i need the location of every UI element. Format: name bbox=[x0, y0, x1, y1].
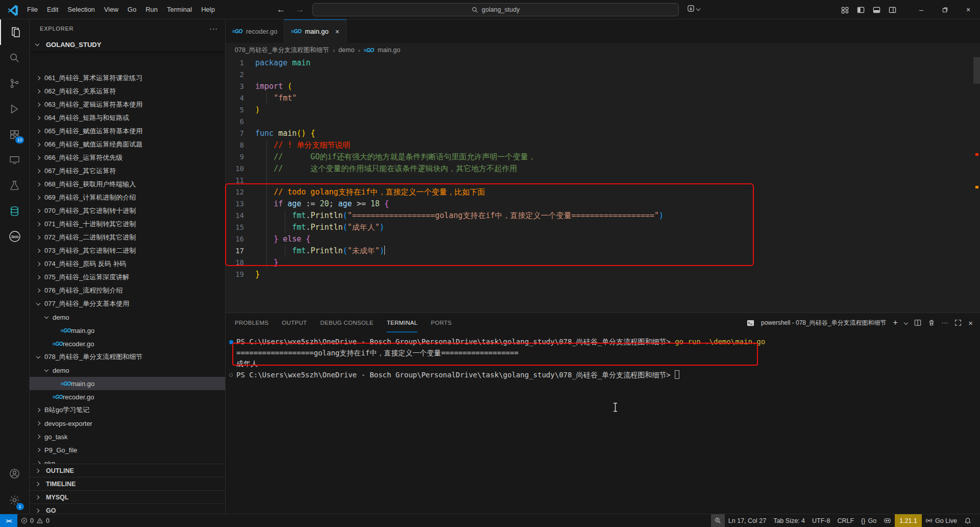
menu-run[interactable]: Run bbox=[141, 3, 162, 16]
tree-item[interactable]: 074_尚硅谷_原码 反码 补码 bbox=[30, 257, 225, 271]
workspace-root-folder[interactable]: GOLANG_STUDY bbox=[30, 38, 225, 51]
breadcrumb-item[interactable]: 078_尚硅谷_单分支流程图和细节 bbox=[235, 46, 329, 55]
menu-terminal[interactable]: Terminal bbox=[162, 3, 197, 16]
cursor-position-status[interactable]: Ln 17, Col 27 bbox=[725, 514, 770, 527]
customize-layout-icon[interactable] bbox=[841, 6, 849, 14]
explorer-more-icon[interactable]: ··· bbox=[209, 25, 218, 33]
zoom-status-icon[interactable] bbox=[711, 514, 725, 527]
remote-indicator[interactable]: >< bbox=[0, 514, 17, 527]
breadcrumb-item[interactable]: main.go bbox=[378, 46, 400, 54]
code-line[interactable]: 7func main() { bbox=[226, 128, 980, 139]
explorer-icon[interactable] bbox=[0, 19, 30, 45]
nav-forward-icon[interactable]: → bbox=[296, 5, 304, 15]
copilot-status-icon[interactable] bbox=[880, 514, 895, 527]
menu-view[interactable]: View bbox=[100, 3, 123, 16]
code-line[interactable]: 15 fmt.Println("成年人") bbox=[226, 222, 980, 233]
tree-item[interactable]: demo bbox=[30, 310, 225, 324]
eol-status[interactable]: CRLF bbox=[834, 514, 857, 527]
tree-item[interactable]: main.go bbox=[30, 377, 225, 390]
close-panel-icon[interactable]: × bbox=[968, 319, 973, 327]
tree-item[interactable]: 066_尚硅谷_赋值运算经典面试题 bbox=[30, 138, 225, 151]
tree-item[interactable]: 077_尚硅谷_单分支基本使用 bbox=[30, 297, 225, 310]
panel-more-icon[interactable]: ··· bbox=[942, 319, 948, 326]
code-line[interactable]: 16 } else { bbox=[226, 233, 980, 245]
tree-item[interactable]: 063_尚硅谷_逻辑运算符基本使用 bbox=[30, 98, 225, 111]
tree-item[interactable]: P9_Go_file bbox=[30, 443, 225, 457]
breadcrumb-item[interactable]: demo bbox=[338, 46, 354, 54]
menu-edit[interactable]: Edit bbox=[42, 3, 63, 16]
code-line[interactable]: 10 // 这个变量的作用域只能在该条件逻辑块内，其它地方不起作用 bbox=[226, 163, 980, 175]
tree-item[interactable]: 069_尚硅谷_计算机进制的介绍 bbox=[30, 191, 225, 204]
tree-item[interactable]: pkg bbox=[30, 457, 225, 464]
code-line[interactable]: 6 bbox=[226, 116, 980, 128]
code-line[interactable]: 4 "fmt" bbox=[226, 92, 980, 104]
panel-tab-terminal[interactable]: TERMINAL bbox=[387, 313, 418, 332]
go-version-badge[interactable]: 1.21.1 bbox=[895, 514, 922, 527]
tree-item[interactable]: main.go bbox=[30, 324, 225, 337]
tree-item[interactable]: 071_尚硅谷_十进制转其它进制 bbox=[30, 218, 225, 231]
tree-item[interactable]: 073_尚硅谷_其它进制转二进制 bbox=[30, 244, 225, 257]
tree-item[interactable]: 066_尚硅谷_运算符优先级 bbox=[30, 151, 225, 164]
editor-tab-recoder.go[interactable]: recoder.go bbox=[226, 19, 284, 43]
language-mode-status[interactable]: {} Go bbox=[857, 514, 880, 527]
tree-item[interactable]: 064_尚硅谷_短路与和短路或 bbox=[30, 111, 225, 125]
code-line[interactable]: 18 } bbox=[226, 257, 980, 269]
code-line[interactable]: 13 if age := 20; age >= 18 { bbox=[226, 198, 980, 210]
problems-status[interactable]: 0 0 bbox=[17, 514, 53, 527]
settings-gear-icon[interactable]: 1 bbox=[0, 486, 30, 514]
code-line[interactable]: 12 // todo golang支持在if中，直接定义一个变量，比如下面 bbox=[226, 186, 980, 198]
tree-item[interactable]: demo bbox=[30, 364, 225, 377]
sidebar-section-outline[interactable]: OUTLINE bbox=[30, 464, 225, 477]
panel-tab-ports[interactable]: PORTS bbox=[431, 313, 452, 332]
panel-tab-debug-console[interactable]: DEBUG CONSOLE bbox=[320, 313, 373, 332]
menu-help[interactable]: Help bbox=[197, 3, 219, 16]
terminal-shell-label[interactable]: powershell - 078_尚硅谷_单分支流程图和细节 bbox=[761, 319, 886, 327]
code-line[interactable]: 3import ( bbox=[226, 81, 980, 92]
tree-item[interactable]: 062_尚硅谷_关系运算符 bbox=[30, 85, 225, 98]
code-line[interactable]: 17 fmt.Println("未成年") bbox=[226, 245, 980, 257]
menu-selection[interactable]: Selection bbox=[63, 3, 99, 16]
command-center-search[interactable]: golang_study bbox=[312, 3, 679, 16]
editor-tab-main.go[interactable]: main.go× bbox=[284, 19, 346, 43]
tree-item[interactable]: devops-exporter bbox=[30, 417, 225, 430]
tree-item[interactable]: 072_尚硅谷_二进制转其它进制 bbox=[30, 231, 225, 244]
tree-item[interactable]: go_task bbox=[30, 430, 225, 443]
tree-item[interactable]: recoder.go bbox=[30, 390, 225, 403]
code-line[interactable]: 2 bbox=[226, 69, 980, 81]
source-control-icon[interactable] bbox=[0, 70, 30, 96]
code-line[interactable]: 19} bbox=[226, 269, 980, 280]
search-sidebar-icon[interactable] bbox=[0, 45, 30, 70]
terminal-dropdown-icon[interactable] bbox=[903, 321, 908, 325]
tree-item[interactable]: 076_尚硅谷_流程控制介绍 bbox=[30, 284, 225, 297]
new-terminal-icon[interactable]: + bbox=[893, 318, 897, 327]
run-debug-icon[interactable] bbox=[0, 96, 30, 122]
terminal-output[interactable]: PS C:\Users\wxe5szh\OneDrive - Bosch Gro… bbox=[236, 337, 980, 380]
notifications-bell-icon[interactable] bbox=[961, 514, 975, 527]
code-line[interactable]: 11 bbox=[226, 175, 980, 186]
toggle-sidebar-icon[interactable] bbox=[857, 6, 865, 14]
json-extension-icon[interactable]: Json bbox=[0, 224, 30, 249]
tab-size-status[interactable]: Tab Size: 4 bbox=[770, 514, 808, 527]
tree-item[interactable]: 065_尚硅谷_赋值运算符基本使用 bbox=[30, 125, 225, 138]
toggle-secondary-sidebar-icon[interactable] bbox=[889, 6, 896, 14]
close-window-button[interactable]: × bbox=[957, 0, 980, 19]
nav-back-icon[interactable]: ← bbox=[277, 5, 285, 15]
database-extension-icon[interactable] bbox=[0, 198, 30, 224]
toggle-panel-icon[interactable] bbox=[873, 6, 880, 14]
code-editor[interactable]: 1package main23import (4 "fmt"5)67func m… bbox=[226, 57, 980, 313]
tree-item[interactable]: 078_尚硅谷_单分支流程图和细节 bbox=[30, 350, 225, 364]
tree-item[interactable]: 068_尚硅谷_获取用户终端输入 bbox=[30, 178, 225, 191]
editor-scrollbar[interactable] bbox=[973, 57, 980, 84]
tree-item[interactable]: B站go学习笔记 bbox=[30, 403, 225, 417]
panel-tab-output[interactable]: OUTPUT bbox=[282, 313, 307, 332]
testing-icon[interactable] bbox=[0, 173, 30, 198]
go-live-button[interactable]: Go Live bbox=[922, 514, 961, 527]
command-decoration-hollow[interactable] bbox=[229, 373, 233, 377]
encoding-status[interactable]: UTF-8 bbox=[808, 514, 834, 527]
account-icon[interactable] bbox=[0, 461, 30, 486]
extensions-icon[interactable]: 10 bbox=[0, 122, 30, 147]
tree-item[interactable]: 061_尚硅谷_算术运算符课堂练习 bbox=[30, 71, 225, 85]
maximize-panel-icon[interactable] bbox=[954, 319, 962, 326]
code-line[interactable]: 1package main bbox=[226, 57, 980, 69]
code-line[interactable]: 5) bbox=[226, 104, 980, 116]
